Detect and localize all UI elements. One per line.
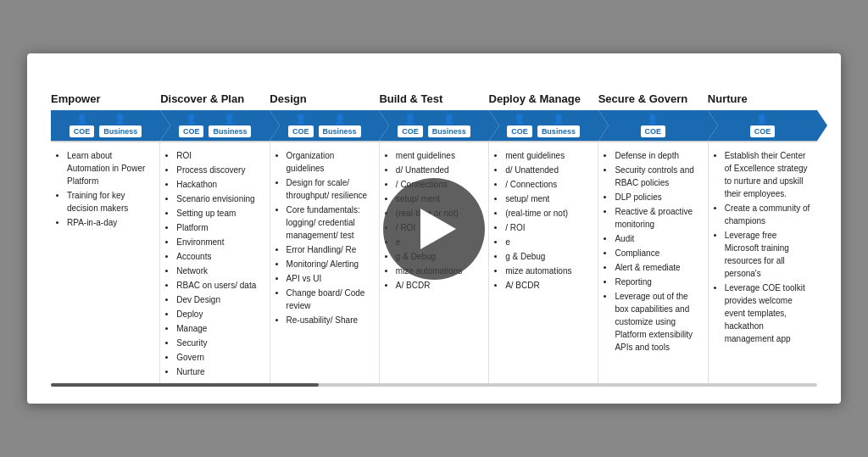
list-item: A/ BCDR (396, 279, 483, 292)
phase-label-deploy-manage: Deploy & Manage (489, 92, 581, 105)
list-item: Platform (176, 221, 264, 234)
list-item: Setting up team (176, 207, 264, 220)
list-item: ROI (176, 149, 264, 162)
role-badge-business-empower: 👤Business (99, 114, 142, 138)
list-item: g & Debug (505, 250, 593, 263)
list-item: Leverage out of the box capabilities and… (615, 290, 702, 354)
list-item: / ROI (505, 221, 593, 234)
phase-content-discover-plan: ROIProcess discoveryHackathonScenario en… (160, 142, 270, 387)
person-icon: 👤 (443, 114, 455, 125)
list-item: RBAC on users/ data (176, 279, 264, 292)
list-item: ment guidelines (505, 149, 593, 162)
phase-label-discover-plan: Discover & Plan (160, 92, 244, 105)
list-item: mize automations (505, 265, 593, 277)
list-item: Establish their Center of Excellence str… (725, 149, 812, 200)
list-item: Re-usability/ Share (287, 314, 374, 326)
person-icon: 👤 (114, 114, 126, 125)
list-item: API vs UI (287, 272, 374, 285)
play-icon (420, 209, 456, 249)
person-icon: 👤 (295, 114, 307, 125)
role-badge-business-build-test: 👤Business (428, 114, 470, 138)
role-label: Business (537, 125, 580, 138)
phase-header-empower: Empower👤COE👤Business (51, 92, 160, 141)
list-item: Process discovery (176, 164, 264, 176)
list-item: Leverage free Microsoft training resourc… (725, 229, 812, 280)
role-label: COE (398, 125, 423, 138)
list-item: Defense in depth (615, 149, 702, 162)
list-item: Create a community of champions (725, 202, 812, 227)
list-item: Hackathon (176, 178, 264, 191)
list-item: Training for key decision makers (67, 189, 154, 215)
list-item: Accounts (176, 250, 264, 263)
list-item: Security controls and RBAC policies (615, 164, 702, 189)
role-label: Business (319, 125, 361, 138)
list-item: Reporting (615, 276, 702, 288)
phase-content-design: Organization guidelinesDesign for scale/… (270, 142, 380, 387)
person-icon: 👤 (514, 114, 526, 125)
phase-label-secure-govern: Secure & Govern (598, 92, 688, 105)
phase-label-design: Design (270, 92, 306, 105)
list-item: A/ BCDR (505, 279, 593, 292)
list-item: Compliance (615, 247, 702, 259)
list-item: Deploy (176, 308, 264, 320)
role-label: Business (428, 125, 470, 138)
list-item: d/ Unattended (396, 164, 483, 176)
person-icon: 👤 (647, 114, 659, 125)
phase-content-deploy-manage: ment guidelinesd/ Unattended/ Connection… (489, 142, 598, 387)
phase-content-nurture: Establish their Center of Excellence str… (709, 142, 817, 387)
list-item: Reactive & proactive monitoring (615, 205, 702, 231)
role-badge-coe-deploy-manage: 👤COE (507, 114, 532, 138)
role-badge-coe-build-test: 👤COE (398, 114, 423, 138)
list-item: Dev Design (176, 293, 264, 306)
phase-header-discover-plan: Discover & Plan👤COE👤Business (160, 92, 270, 141)
phase-label-nurture: Nurture (708, 92, 748, 105)
slide-container: Empower👤COE👤BusinessDiscover & Plan👤COE👤… (27, 53, 841, 404)
list-item: Nurture (176, 365, 264, 378)
person-icon: 👤 (404, 114, 416, 125)
role-badge-coe-secure-govern: 👤COE (641, 114, 666, 138)
list-item: Audit (615, 232, 702, 245)
list-item: Manage (176, 322, 264, 335)
phase-header-nurture: Nurture👤COE (708, 92, 817, 141)
list-item: Error Handling/ Re (287, 243, 374, 256)
list-item: setup/ ment (505, 192, 593, 205)
role-badge-business-deploy-manage: 👤Business (537, 114, 580, 138)
list-item: Learn about Automation in Power Platform (67, 149, 154, 187)
list-item: ment guidelines (396, 149, 483, 162)
phase-content-secure-govern: Defense in depthSecurity controls and RB… (598, 142, 708, 387)
list-item: Organization guidelines (287, 149, 374, 175)
list-item: e (505, 236, 593, 248)
person-icon: 👤 (186, 114, 198, 125)
phase-header-secure-govern: Secure & Govern👤COE (598, 92, 708, 141)
list-item: Change board/ Code review (287, 287, 374, 312)
video-progress-bar[interactable] (51, 383, 817, 387)
phase-label-empower: Empower (51, 92, 101, 105)
list-item: Security (176, 337, 264, 349)
role-label: COE (750, 125, 776, 138)
role-badge-business-design: 👤Business (319, 114, 361, 138)
role-badge-coe-discover-plan: 👤COE (179, 114, 204, 138)
role-label: COE (507, 125, 532, 138)
role-label: COE (641, 125, 666, 138)
role-badge-coe-empower: 👤COE (70, 114, 95, 138)
list-item: / Connections (505, 178, 593, 191)
list-item: (real-time or not) (505, 207, 593, 220)
list-item: Scenario envisioning (176, 192, 264, 205)
phase-label-build-test: Build & Test (379, 92, 442, 105)
role-badge-coe-nurture: 👤COE (750, 114, 776, 138)
person-icon: 👤 (756, 114, 768, 125)
list-item: Core fundamentals: logging/ credential m… (287, 203, 374, 242)
video-play-button[interactable] (383, 178, 485, 280)
phase-content-empower: Learn about Automation in Power Platform… (51, 142, 160, 387)
role-label: Business (209, 125, 251, 138)
person-icon: 👤 (553, 114, 565, 125)
role-badge-business-discover-plan: 👤Business (209, 114, 251, 138)
list-item: DLP policies (615, 191, 702, 203)
phases-header-row: Empower👤COE👤BusinessDiscover & Plan👤COE👤… (51, 92, 817, 141)
list-item: Leverage COE toolkit provides welcome ev… (725, 281, 812, 345)
video-progress-fill (51, 383, 319, 387)
list-item: Environment (176, 236, 264, 248)
phase-header-build-test: Build & Test👤COE👤Business (379, 92, 488, 141)
list-item: Monitoring/ Alerting (287, 258, 374, 270)
list-item: Govern (176, 351, 264, 364)
